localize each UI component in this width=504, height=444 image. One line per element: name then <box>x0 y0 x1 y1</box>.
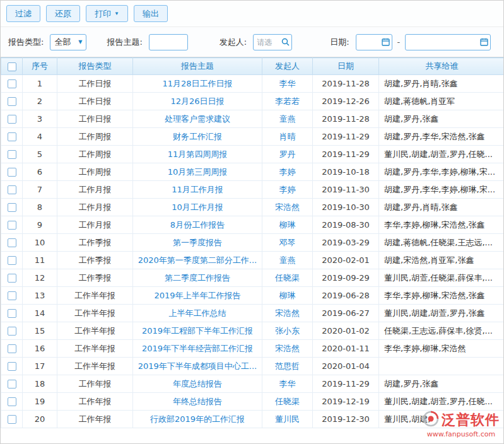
report-date: 2019-06-27 <box>313 305 379 322</box>
report-subject-link[interactable]: 上半年工作总结 <box>133 305 262 322</box>
row-checkbox-cell <box>1 252 23 269</box>
report-subject-link[interactable]: 12月26日日报 <box>133 93 262 110</box>
initiator-link[interactable]: 李若若 <box>262 93 313 110</box>
initiator-link[interactable]: 任晓渠 <box>262 269 313 287</box>
initiator-link[interactable]: 宋浩然 <box>262 199 313 216</box>
initiator-link[interactable]: 柳琳 <box>262 216 313 234</box>
initiator-link[interactable]: 李华 <box>262 75 313 93</box>
calendar-icon[interactable] <box>480 38 488 46</box>
report-subject-link[interactable]: 11月28日工作日报 <box>133 75 262 93</box>
report-subject-link[interactable]: 年终总结报告 <box>133 393 262 411</box>
report-subject-link[interactable]: 行政部2019年的工作汇报 <box>133 411 262 428</box>
report-subject-link[interactable]: 年度总结报告 <box>133 375 262 393</box>
report-subject-link[interactable]: 10月第三周周报 <box>133 163 262 181</box>
row-checkbox-cell <box>1 75 23 93</box>
row-checkbox[interactable] <box>8 256 16 265</box>
initiator-link[interactable]: 宋浩然 <box>262 340 313 358</box>
export-button[interactable]: 输出 <box>134 5 168 22</box>
report-subject-link[interactable]: 2019年下半年成都项目中心工... <box>133 358 262 375</box>
row-checkbox[interactable] <box>8 274 16 283</box>
report-subject-link[interactable]: 11月第四周周报 <box>133 146 262 163</box>
column-header[interactable]: 序号 <box>23 58 57 75</box>
row-number: 15 <box>23 322 57 340</box>
row-checkbox-cell <box>1 181 23 199</box>
date-filter: 日期: - <box>330 34 491 50</box>
initiator-link[interactable]: 童燕 <box>262 252 313 269</box>
initiator-link[interactable]: 童燕 <box>262 110 313 128</box>
restore-button[interactable]: 还原 <box>46 5 80 22</box>
report-subject-link[interactable]: 2019年工程部下半年工作汇报 <box>133 322 262 340</box>
row-checkbox-cell <box>1 269 23 287</box>
report-subject-link[interactable]: 2019年上半年工作报告 <box>133 287 262 305</box>
table-row: 8工作月报10月工作月报宋浩然2019-10-30胡建,罗丹,肖晴,张鑫 <box>1 199 504 216</box>
row-checkbox[interactable] <box>8 203 16 212</box>
filter-button[interactable]: 过滤 <box>6 5 40 22</box>
initiator-link[interactable]: 任晓渠 <box>262 393 313 411</box>
report-type: 工作周报 <box>57 128 133 146</box>
initiator-link[interactable]: 柳琳 <box>262 287 313 305</box>
initiator-link[interactable]: 董川民 <box>262 411 313 428</box>
report-date: 2019-08-30 <box>313 216 379 234</box>
initiator-link[interactable]: 范思哲 <box>262 358 313 375</box>
date-to-input[interactable] <box>405 34 491 50</box>
report-subject-link[interactable]: 处理客户需求建议 <box>133 110 262 128</box>
column-header[interactable]: 报告主题 <box>133 58 262 75</box>
report-subject-link[interactable]: 11月工作月报 <box>133 181 262 199</box>
report-date: 2020-01-02 <box>313 322 379 340</box>
subject-input[interactable] <box>149 34 188 50</box>
print-button[interactable]: 打印 ▼ <box>86 5 128 22</box>
row-checkbox[interactable] <box>8 97 16 106</box>
report-subject-link[interactable]: 10月工作月报 <box>133 199 262 216</box>
report-type: 工作年报 <box>57 411 133 428</box>
shared-with: 胡建,罗丹,张鑫 <box>379 110 504 128</box>
select-all-checkbox[interactable] <box>8 62 16 71</box>
report-type: 工作半年报 <box>57 322 133 340</box>
row-checkbox[interactable] <box>8 132 16 141</box>
row-checkbox[interactable] <box>8 397 16 406</box>
initiator-link[interactable]: 宋浩然 <box>262 305 313 322</box>
row-checkbox[interactable] <box>8 238 16 247</box>
report-subject-link[interactable]: 8月份工作报告 <box>133 216 262 234</box>
row-checkbox[interactable] <box>8 309 16 318</box>
row-checkbox[interactable] <box>8 221 16 230</box>
row-checkbox[interactable] <box>8 79 16 88</box>
calendar-icon[interactable] <box>382 38 390 46</box>
report-type-selected-value: 全部 <box>54 37 71 48</box>
initiator-link[interactable]: 肖晴 <box>262 128 313 146</box>
row-checkbox[interactable] <box>8 150 16 159</box>
row-checkbox[interactable] <box>8 327 16 336</box>
shared-with: 董川民,胡建,胡萱,罗丹,张鑫 <box>379 305 504 322</box>
row-checkbox-cell <box>1 340 23 358</box>
row-checkbox[interactable] <box>8 344 16 353</box>
report-subject-link[interactable]: 2020年第一季度第二部分工作... <box>133 252 262 269</box>
row-checkbox[interactable] <box>8 380 16 389</box>
report-subject-link[interactable]: 财务工作汇报 <box>133 128 262 146</box>
column-header[interactable]: 日期 <box>313 58 379 75</box>
column-header[interactable]: 共享给谁 <box>379 58 504 75</box>
search-icon[interactable] <box>281 38 290 46</box>
row-checkbox[interactable] <box>8 415 16 424</box>
shared-with: 胡建,罗丹,李华,李婷,柳琳,宋... <box>379 181 504 199</box>
initiator-link[interactable]: 罗丹 <box>262 146 313 163</box>
report-subject-link[interactable]: 2019年下半年经营部工作汇报 <box>133 340 262 358</box>
report-date: 2019-09-29 <box>313 269 379 287</box>
initiator-link[interactable]: 张小东 <box>262 322 313 340</box>
row-checkbox[interactable] <box>8 168 16 177</box>
row-number: 14 <box>23 305 57 322</box>
row-checkbox[interactable] <box>8 115 16 124</box>
row-checkbox[interactable] <box>8 185 16 194</box>
report-subject-link[interactable]: 第二季度工作报告 <box>133 269 262 287</box>
report-type-select[interactable]: 全部 ▼ <box>50 34 86 50</box>
initiator-link[interactable]: 邓琴 <box>262 234 313 252</box>
report-type: 工作季报 <box>57 234 133 252</box>
row-checkbox-cell <box>1 216 23 234</box>
column-header[interactable]: 报告类型 <box>57 58 133 75</box>
row-checkbox[interactable] <box>8 291 16 300</box>
initiator-link[interactable]: 李婷 <box>262 181 313 199</box>
row-number: 16 <box>23 340 57 358</box>
initiator-link[interactable]: 李华 <box>262 375 313 393</box>
initiator-link[interactable]: 李婷 <box>262 163 313 181</box>
row-checkbox[interactable] <box>8 362 16 371</box>
report-subject-link[interactable]: 第一季度报告 <box>133 234 262 252</box>
column-header[interactable]: 发起人 <box>262 58 313 75</box>
